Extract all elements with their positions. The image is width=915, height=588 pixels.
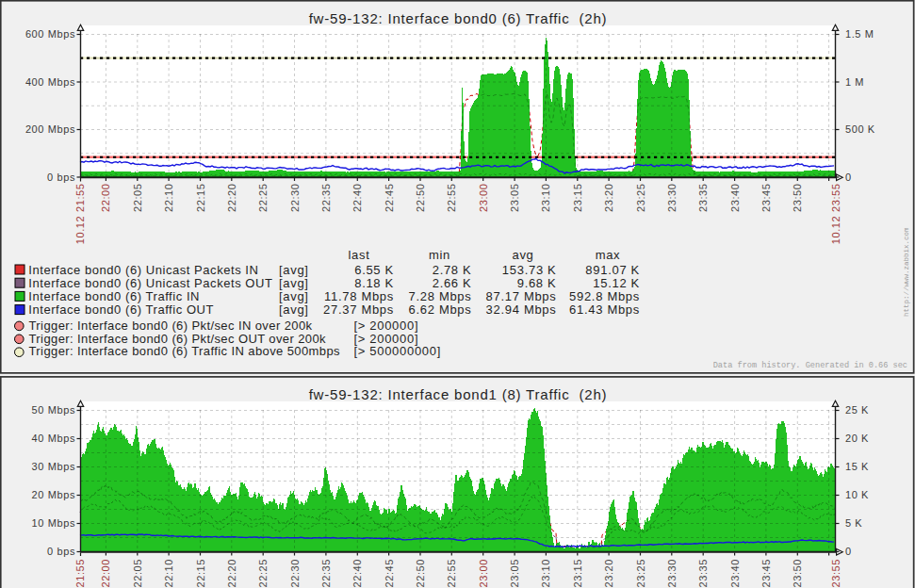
svg-text:2.78 K: 2.78 K xyxy=(433,263,472,277)
svg-text:9.68 K: 9.68 K xyxy=(517,276,557,290)
svg-text:Interface bond0 (6) Traffic OU: Interface bond0 (6) Traffic OUT xyxy=(28,302,214,317)
svg-text:23:05: 23:05 xyxy=(509,184,520,213)
svg-text:20 Mbps: 20 Mbps xyxy=(32,489,75,500)
svg-text:23:05: 23:05 xyxy=(509,559,520,588)
svg-text:22:20: 22:20 xyxy=(226,559,237,588)
svg-text:23:45: 23:45 xyxy=(760,184,772,213)
svg-text:50 Mbps: 50 Mbps xyxy=(32,404,75,416)
svg-text:23:30: 23:30 xyxy=(666,559,678,588)
svg-text:2.66 K: 2.66 K xyxy=(433,276,472,290)
svg-text:25 K: 25 K xyxy=(845,404,869,416)
svg-text:avg: avg xyxy=(512,248,533,262)
svg-text:23:35: 23:35 xyxy=(697,184,709,213)
svg-text:22:30: 22:30 xyxy=(289,184,301,213)
svg-text:Trigger: Interface bond0 (6) P: Trigger: Interface bond0 (6) Pkt/sec IN … xyxy=(29,318,313,333)
svg-text:23:35: 23:35 xyxy=(697,559,709,588)
svg-text:500 K: 500 K xyxy=(845,123,875,135)
svg-text:23:00: 23:00 xyxy=(478,184,489,213)
svg-text:22:35: 22:35 xyxy=(320,559,332,588)
svg-text:23:10: 23:10 xyxy=(540,184,551,213)
svg-text:10 K: 10 K xyxy=(845,489,869,500)
svg-text:23:30: 23:30 xyxy=(666,184,678,213)
svg-text:[avg]: [avg] xyxy=(279,289,309,303)
svg-text:6.62 Mbps: 6.62 Mbps xyxy=(408,302,471,317)
svg-text:22:05: 22:05 xyxy=(132,559,143,588)
svg-text:11.78 Mbps: 11.78 Mbps xyxy=(324,289,394,303)
svg-text:22:40: 22:40 xyxy=(351,559,363,588)
svg-text:10.12 23:55: 10.12 23:55 xyxy=(830,559,841,588)
svg-text:Interface bond0 (6) Unicast Pa: Interface bond0 (6) Unicast Packets OUT xyxy=(28,276,272,290)
svg-text:87.17 Mbps: 87.17 Mbps xyxy=(486,289,557,303)
svg-text:http://www.zabbix.com: http://www.zabbix.com xyxy=(903,227,910,317)
svg-text:[avg]: [avg] xyxy=(279,302,309,317)
svg-text:27.37 Mbps: 27.37 Mbps xyxy=(323,302,394,317)
svg-text:22:50: 22:50 xyxy=(415,559,426,588)
svg-text:23:20: 23:20 xyxy=(603,184,614,213)
svg-text:fw-59-132: Interface bond0 (6): fw-59-132: Interface bond0 (6) Traffic (… xyxy=(309,10,608,26)
svg-text:Trigger: Interface bond0 (6) T: Trigger: Interface bond0 (6) Traffic IN … xyxy=(29,344,341,358)
svg-text:5 K: 5 K xyxy=(845,517,862,529)
svg-text:600 Mbps: 600 Mbps xyxy=(25,28,75,40)
svg-text:6.55 K: 6.55 K xyxy=(354,263,394,277)
svg-text:22:35: 22:35 xyxy=(320,184,332,213)
svg-text:153.73 K: 153.73 K xyxy=(502,263,557,277)
svg-text:22:00: 22:00 xyxy=(100,184,111,213)
svg-text:8.18 K: 8.18 K xyxy=(354,276,394,290)
svg-text:10.12 21:55: 10.12 21:55 xyxy=(74,559,86,588)
svg-text:22:25: 22:25 xyxy=(257,559,269,588)
svg-text:23:25: 23:25 xyxy=(635,559,646,588)
svg-text:40 Mbps: 40 Mbps xyxy=(32,433,75,444)
svg-text:23:40: 23:40 xyxy=(729,559,741,588)
svg-text:23:00: 23:00 xyxy=(478,559,489,588)
svg-text:891.07 K: 891.07 K xyxy=(585,263,640,277)
svg-text:min: min xyxy=(429,248,450,262)
svg-text:23:10: 23:10 xyxy=(540,559,551,588)
svg-text:22:10: 22:10 xyxy=(163,184,174,213)
svg-text:23:15: 23:15 xyxy=(572,559,583,588)
svg-text:22:05: 22:05 xyxy=(132,184,143,213)
svg-text:22:45: 22:45 xyxy=(384,559,395,588)
svg-text:30 Mbps: 30 Mbps xyxy=(32,461,75,472)
svg-text:22:55: 22:55 xyxy=(446,184,457,213)
svg-text:[> 200000]: [> 200000] xyxy=(353,318,418,333)
svg-text:[> 200000]: [> 200000] xyxy=(353,332,418,346)
svg-text:22:55: 22:55 xyxy=(446,559,457,588)
svg-text:15 K: 15 K xyxy=(845,461,869,472)
svg-text:0 bps: 0 bps xyxy=(47,172,75,183)
svg-text:Trigger: Interface bond0 (6) P: Trigger: Interface bond0 (6) Pkt/sec OUT… xyxy=(29,332,327,346)
svg-text:22:25: 22:25 xyxy=(257,184,269,213)
svg-text:[avg]: [avg] xyxy=(279,263,309,277)
svg-text:22:20: 22:20 xyxy=(226,183,237,212)
svg-text:10.12 23:55: 10.12 23:55 xyxy=(830,184,841,245)
svg-text:[avg]: [avg] xyxy=(279,276,309,290)
svg-text:22:10: 22:10 xyxy=(163,559,174,588)
svg-text:15.12 K: 15.12 K xyxy=(593,276,640,290)
svg-text:22:15: 22:15 xyxy=(195,184,206,213)
svg-text:10 Mbps: 10 Mbps xyxy=(32,517,75,529)
svg-text:1 M: 1 M xyxy=(845,76,864,88)
svg-text:592.8 Mbps: 592.8 Mbps xyxy=(569,289,640,303)
svg-text:0 bps: 0 bps xyxy=(47,546,75,557)
svg-text:200 Mbps: 200 Mbps xyxy=(25,123,75,135)
svg-text:23:50: 23:50 xyxy=(792,184,803,213)
svg-text:61.43 Mbps: 61.43 Mbps xyxy=(569,302,640,317)
svg-text:1.5 M: 1.5 M xyxy=(845,28,874,40)
svg-text:[> 500000000]: [> 500000000] xyxy=(353,344,441,358)
svg-text:22:45: 22:45 xyxy=(384,184,395,213)
svg-text:last: last xyxy=(348,248,369,262)
svg-text:7.28 Mbps: 7.28 Mbps xyxy=(408,289,471,303)
svg-text:Data from history. Generated i: Data from history. Generated in 0.66 sec xyxy=(713,361,907,370)
svg-text:22:40: 22:40 xyxy=(351,184,363,213)
svg-text:400 Mbps: 400 Mbps xyxy=(25,76,75,88)
svg-text:23:15: 23:15 xyxy=(572,184,583,213)
svg-text:23:20: 23:20 xyxy=(603,559,614,588)
svg-text:23:40: 23:40 xyxy=(729,184,741,213)
svg-text:23:25: 23:25 xyxy=(635,184,646,213)
svg-text:fw-59-132: Interface bond1 (8): fw-59-132: Interface bond1 (8) Traffic (… xyxy=(309,386,608,402)
svg-text:max: max xyxy=(596,248,621,262)
svg-text:Interface bond0 (6) Traffic IN: Interface bond0 (6) Traffic IN xyxy=(28,289,200,303)
svg-text:0: 0 xyxy=(845,546,852,557)
svg-text:Interface bond0 (6) Unicast Pa: Interface bond0 (6) Unicast Packets IN xyxy=(28,263,258,277)
svg-text:22:30: 22:30 xyxy=(289,559,301,588)
svg-text:10.12 21:55: 10.12 21:55 xyxy=(74,184,86,245)
